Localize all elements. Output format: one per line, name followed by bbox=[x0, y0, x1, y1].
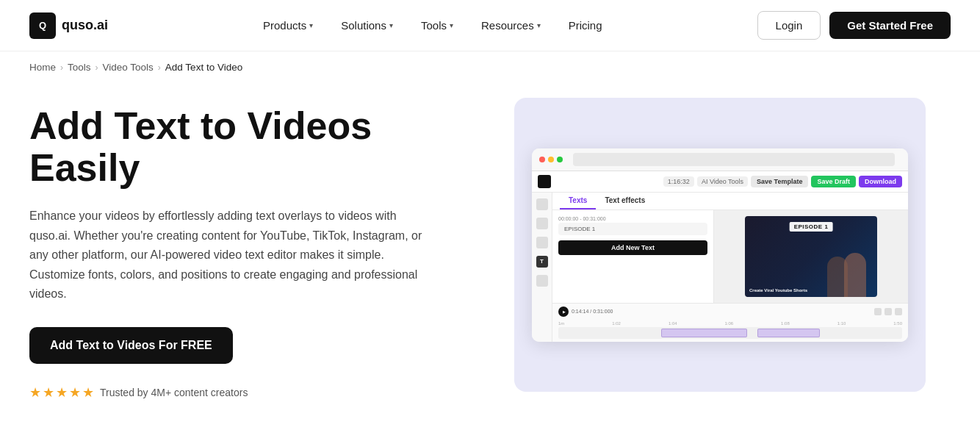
header-actions: Login Get Started Free bbox=[757, 11, 951, 40]
sidebar-icon-3[interactable] bbox=[536, 237, 548, 248]
star-1: ★ bbox=[29, 384, 41, 401]
hero-section: Add Text to Videos Easily Enhance your v… bbox=[29, 98, 470, 401]
hero-description: Enhance your videos by effortlessly addi… bbox=[29, 207, 426, 304]
timeline-icon-3[interactable] bbox=[895, 308, 902, 315]
main-content: Add Text to Videos Easily Enhance your v… bbox=[0, 83, 980, 430]
nav-item-products[interactable]: Products ▾ bbox=[251, 13, 325, 37]
logo-text: quso.ai bbox=[62, 18, 108, 33]
header: Q quso.ai Products ▾ Solutions ▾ Tools ▾… bbox=[0, 0, 980, 51]
app-toolbar: 1:16:32 AI Video Tools Save Template Sav… bbox=[532, 171, 908, 193]
app-logo-icon bbox=[538, 175, 551, 188]
tab-effects[interactable]: Text effects bbox=[596, 193, 654, 209]
breadcrumb-sep: › bbox=[158, 62, 161, 73]
timeline-time: 1:16:32 bbox=[663, 176, 694, 187]
timeline-controls: 0:14:14 / 0:31:000 bbox=[558, 307, 902, 317]
ruler-108: 1:08 bbox=[781, 321, 790, 326]
sidebar-icon-1[interactable] bbox=[536, 198, 548, 210]
preview-frame: EPISODE 1 Create Viral Youtube Shorts bbox=[745, 216, 877, 297]
save-template-button[interactable]: Save Template bbox=[751, 176, 808, 187]
save-draft-button[interactable]: Save Draft bbox=[811, 176, 856, 187]
editor-content-area: 00:00:00 - 00:31:000 EPISODE 1 Add New T… bbox=[552, 210, 908, 303]
trust-section: ★ ★ ★ ★ ★ Trusted by 4M+ content creator… bbox=[29, 384, 470, 401]
logo-icon: Q bbox=[29, 12, 56, 39]
breadcrumb-sep: › bbox=[96, 62, 98, 73]
get-started-button[interactable]: Get Started Free bbox=[829, 12, 951, 39]
login-button[interactable]: Login bbox=[757, 11, 821, 40]
preview-bottom-text: Create Viral Youtube Shorts bbox=[749, 288, 807, 293]
hero-title: Add Text to Videos Easily bbox=[29, 105, 470, 189]
timeline-clip-2[interactable] bbox=[757, 329, 819, 337]
chevron-down-icon: ▾ bbox=[309, 21, 313, 29]
timeline-icon-2[interactable] bbox=[884, 308, 892, 315]
sidebar-icon-text[interactable]: T bbox=[536, 256, 548, 268]
chevron-down-icon: ▾ bbox=[537, 21, 541, 29]
chevron-down-icon: ▾ bbox=[389, 21, 393, 29]
main-nav: Products ▾ Solutions ▾ Tools ▾ Resources… bbox=[108, 13, 757, 37]
sidebar-icon-2[interactable] bbox=[536, 218, 548, 229]
minimize-dot bbox=[548, 157, 554, 162]
sidebar-icon-4[interactable] bbox=[536, 275, 548, 287]
star-rating: ★ ★ ★ ★ ★ bbox=[29, 384, 94, 401]
clip-time-label: 00:00:00 - 00:31:000 bbox=[558, 216, 707, 221]
nav-item-resources[interactable]: Resources ▾ bbox=[469, 13, 552, 37]
clip-item[interactable]: EPISODE 1 bbox=[558, 223, 707, 235]
nav-item-tools[interactable]: Tools ▾ bbox=[409, 13, 465, 37]
trust-text: Trusted by 4M+ content creators bbox=[100, 387, 248, 398]
ruler-1m: 1m bbox=[558, 321, 564, 326]
ruler-104: 1:04 bbox=[669, 321, 677, 326]
timeline-time-display: 0:14:14 / 0:31:000 bbox=[572, 309, 613, 314]
timeline-clip-1[interactable] bbox=[661, 329, 747, 337]
editor-timeline: 0:14:14 / 0:31:000 1m 1:02 1:04 1:06 1:0… bbox=[552, 303, 908, 342]
text-panel: 00:00:00 - 00:31:000 EPISODE 1 Add New T… bbox=[552, 210, 714, 303]
close-dot bbox=[539, 157, 545, 162]
editor-window-chrome bbox=[532, 148, 908, 171]
tab-texts[interactable]: Texts bbox=[560, 193, 596, 209]
editor-panels: Texts Text effects 00:00:00 - 00:31:000 … bbox=[552, 193, 908, 342]
clip-label-text: EPISODE 1 bbox=[564, 226, 595, 232]
ruler-110: 1:10 bbox=[837, 321, 846, 326]
ai-tools-label: AI Video Tools bbox=[697, 176, 748, 187]
cta-button[interactable]: Add Text to Videos For FREE bbox=[29, 327, 233, 364]
timeline-track bbox=[558, 327, 902, 339]
episode-badge: EPISODE 1 bbox=[790, 222, 833, 232]
download-button[interactable]: Download bbox=[859, 176, 902, 187]
timeline-ruler: 1m 1:02 1:04 1:06 1:08 1:10 1:50 bbox=[558, 320, 902, 327]
editor-sidebar: T bbox=[532, 193, 552, 342]
ruler-102: 1:02 bbox=[612, 321, 621, 326]
breadcrumb: Home › Tools › Video Tools › Add Text to… bbox=[0, 51, 980, 83]
breadcrumb-tools[interactable]: Tools bbox=[68, 62, 91, 73]
star-3: ★ bbox=[56, 384, 68, 401]
chevron-down-icon: ▾ bbox=[450, 21, 453, 29]
breadcrumb-home[interactable]: Home bbox=[29, 62, 56, 73]
editor-mockup: 1:16:32 AI Video Tools Save Template Sav… bbox=[532, 148, 908, 342]
ruler-106: 1:06 bbox=[724, 321, 733, 326]
maximize-dot bbox=[557, 157, 563, 162]
star-5: ★ bbox=[82, 384, 94, 401]
add-text-button[interactable]: Add New Text bbox=[558, 240, 707, 255]
breadcrumb-video-tools[interactable]: Video Tools bbox=[103, 62, 154, 73]
editor-preview-area: 1:16:32 AI Video Tools Save Template Sav… bbox=[514, 98, 926, 392]
url-bar bbox=[573, 153, 895, 166]
timeline-icon-1[interactable] bbox=[874, 308, 882, 315]
play-button[interactable] bbox=[558, 307, 569, 317]
editor-body: T Texts Text effects 00:00:00 - 00:31:00… bbox=[532, 193, 908, 342]
ruler-150: 1:50 bbox=[893, 321, 902, 326]
nav-item-solutions[interactable]: Solutions ▾ bbox=[329, 13, 405, 37]
window-dots bbox=[539, 157, 563, 162]
star-4: ★ bbox=[69, 384, 81, 401]
logo[interactable]: Q quso.ai bbox=[29, 12, 108, 39]
star-2: ★ bbox=[43, 384, 54, 401]
breadcrumb-current: Add Text to Video bbox=[165, 62, 242, 73]
breadcrumb-sep: › bbox=[60, 62, 63, 73]
video-preview: EPISODE 1 Create Viral Youtube Shorts bbox=[714, 210, 908, 303]
editor-tabs: Texts Text effects bbox=[552, 193, 908, 210]
nav-item-pricing[interactable]: Pricing bbox=[557, 13, 614, 37]
person-silhouette-right bbox=[844, 253, 866, 297]
